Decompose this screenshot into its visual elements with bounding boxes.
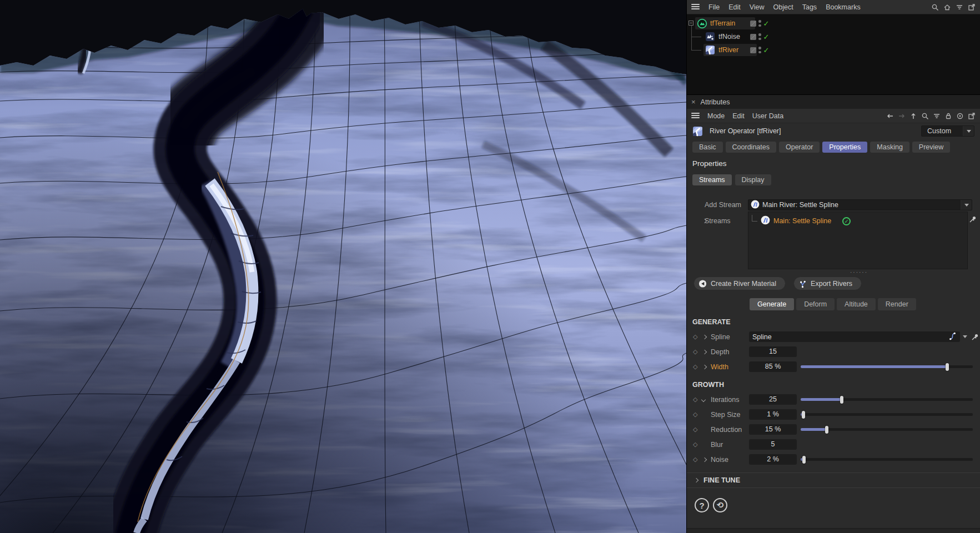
tree-row-tfriver[interactable]: tfRiver ✓	[687, 43, 980, 57]
slider-knob[interactable]	[840, 396, 843, 404]
visibility-dots-icon[interactable]	[758, 33, 761, 40]
visibility-dots-icon[interactable]	[758, 47, 761, 53]
width-slider[interactable]	[801, 365, 973, 368]
resize-handle[interactable]: ······	[748, 269, 970, 275]
expand-arrow-icon[interactable]	[694, 478, 698, 482]
dropdown-caret-icon[interactable]	[963, 335, 967, 338]
new-panel-icon[interactable]	[967, 3, 976, 11]
enabled-check-icon[interactable]: ✓	[763, 19, 770, 28]
dropdown-caret-icon[interactable]	[961, 200, 972, 210]
target-icon[interactable]	[956, 112, 964, 120]
mode-deform[interactable]: Deform	[796, 298, 835, 310]
streams-listbox[interactable]: Main: Settle Spline ✓	[748, 212, 968, 269]
mode-render[interactable]: Render	[878, 298, 916, 310]
iterations-input[interactable]: 25	[749, 394, 797, 405]
help-icon[interactable]: ?	[695, 498, 709, 512]
add-stream-dropdown[interactable]: Main River: Settle Spline	[748, 199, 972, 210]
keyframe-diamond-icon[interactable]: ◇	[693, 363, 697, 370]
slider-knob[interactable]	[825, 426, 828, 434]
layer-square-icon[interactable]	[750, 34, 756, 40]
keyframe-diamond-icon[interactable]: ◇	[693, 441, 697, 448]
collapse-expander-icon[interactable]: −	[688, 21, 693, 26]
layer-square-icon[interactable]	[750, 21, 756, 27]
dropdown-caret-icon[interactable]	[963, 126, 974, 136]
menu-edit[interactable]: Edit	[728, 3, 741, 11]
layer-square-icon[interactable]	[750, 47, 756, 53]
blur-input[interactable]: 5	[749, 439, 797, 450]
new-panel-icon[interactable]	[967, 112, 976, 120]
menu-tags[interactable]: Tags	[802, 3, 817, 11]
keyframe-diamond-icon[interactable]: ◇	[693, 411, 697, 418]
reduction-slider[interactable]	[801, 428, 973, 431]
object-label[interactable]: tfTerrain	[710, 19, 735, 27]
stream-list-item[interactable]: Main: Settle Spline ✓	[752, 215, 851, 227]
mode-generate[interactable]: Generate	[750, 298, 794, 310]
tab-properties[interactable]: Properties	[822, 142, 867, 153]
slider-knob[interactable]	[802, 411, 805, 419]
menu-file[interactable]: File	[708, 3, 720, 11]
hamburger-menu-icon[interactable]	[691, 113, 700, 119]
tab-masking[interactable]: Masking	[870, 142, 909, 153]
reduction-input[interactable]: 15 %	[749, 424, 797, 435]
stepsize-input[interactable]: 1 %	[749, 409, 797, 420]
width-input[interactable]: 85 %	[749, 361, 797, 372]
reset-icon[interactable]: ⟲	[713, 498, 727, 512]
river-icon[interactable]	[705, 45, 716, 56]
enabled-check-icon[interactable]: ✓	[763, 33, 770, 41]
keyframe-diamond-icon[interactable]: ◇	[693, 348, 697, 355]
subtab-display[interactable]: Display	[735, 174, 771, 185]
attr-menu-mode[interactable]: Mode	[707, 112, 725, 120]
menu-object[interactable]: Object	[773, 3, 793, 11]
tree-row-tfterrain[interactable]: − tfTerrain ✓	[687, 17, 980, 30]
mode-altitude[interactable]: Altitude	[837, 298, 876, 310]
attr-menu-edit[interactable]: Edit	[732, 112, 745, 120]
3d-viewport[interactable]	[0, 0, 686, 533]
tab-operator[interactable]: Operator	[779, 142, 820, 153]
slider-knob[interactable]	[946, 363, 949, 371]
lock-icon[interactable]	[944, 112, 952, 120]
tab-coordinates[interactable]: Coordinates	[726, 142, 776, 153]
search-icon[interactable]	[921, 112, 929, 120]
menu-bookmarks[interactable]: Bookmarks	[826, 3, 861, 11]
iterations-slider[interactable]	[801, 398, 973, 401]
object-label[interactable]: tfNoise	[718, 33, 740, 41]
subtab-streams[interactable]: Streams	[692, 174, 732, 185]
search-icon[interactable]	[931, 3, 939, 11]
eyedropper-icon[interactable]	[971, 333, 979, 341]
terrain-icon[interactable]	[697, 18, 707, 29]
create-river-material-button[interactable]: Create River Material	[693, 276, 786, 290]
forward-arrow-icon[interactable]	[897, 112, 906, 120]
preset-dropdown[interactable]: Custom	[921, 125, 974, 137]
eyedropper-icon[interactable]	[968, 215, 977, 223]
fine-tune-group[interactable]: FINE TUNE	[687, 472, 980, 488]
depth-input[interactable]: 15	[749, 346, 797, 357]
visibility-dots-icon[interactable]	[758, 20, 761, 27]
fine-tune-label: FINE TUNE	[703, 476, 740, 484]
tab-preview[interactable]: Preview	[912, 142, 950, 153]
keyframe-diamond-icon[interactable]: ◇	[693, 426, 697, 433]
stepsize-slider[interactable]	[801, 413, 973, 416]
stream-enabled-check-icon[interactable]: ✓	[842, 217, 851, 225]
noise-slider[interactable]	[801, 458, 973, 461]
object-label[interactable]: tfRiver	[718, 46, 738, 54]
attr-menu-userdata[interactable]: User Data	[752, 112, 783, 120]
back-arrow-icon[interactable]	[886, 112, 894, 120]
export-rivers-button[interactable]: Export Rivers	[793, 276, 862, 290]
tree-row-tfnoise[interactable]: tfNoise ✓	[687, 30, 980, 43]
noise-input[interactable]: 2 %	[749, 454, 797, 465]
slider-knob[interactable]	[802, 456, 806, 464]
hamburger-menu-icon[interactable]	[691, 4, 700, 10]
noise-icon[interactable]	[705, 32, 716, 42]
keyframe-diamond-icon[interactable]: ◇	[693, 456, 697, 463]
tab-basic[interactable]: Basic	[692, 142, 723, 153]
home-icon[interactable]	[943, 3, 951, 11]
filter-icon[interactable]	[932, 112, 941, 120]
menu-view[interactable]: View	[750, 3, 765, 11]
keyframe-diamond-icon[interactable]: ◇	[693, 333, 697, 340]
spline-object-field[interactable]: Spline	[749, 331, 960, 342]
keyframe-diamond-icon[interactable]: ◇	[693, 396, 697, 403]
close-icon[interactable]: ×	[691, 98, 696, 106]
up-arrow-icon[interactable]	[909, 112, 917, 120]
enabled-check-icon[interactable]: ✓	[763, 46, 770, 54]
filter-icon[interactable]	[955, 3, 963, 11]
